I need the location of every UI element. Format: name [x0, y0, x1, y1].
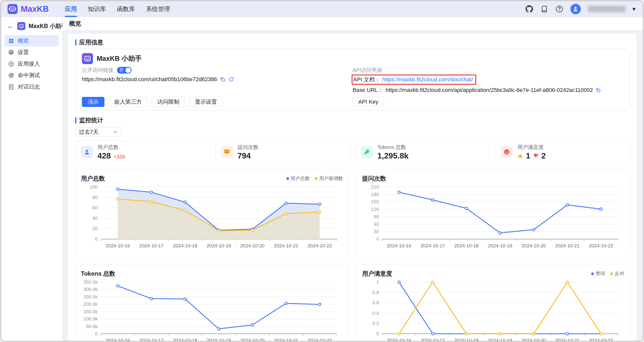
api-key-button[interactable]: API Key	[353, 97, 384, 107]
stat-label: Tokens 总数	[377, 144, 409, 151]
svg-text:2024-10-17: 2024-10-17	[420, 243, 445, 248]
sidebar-item-label: 命中测试	[18, 72, 40, 79]
legend-item[interactable]: 用户总数	[286, 175, 310, 182]
demo-button[interactable]: 演示	[82, 97, 104, 107]
svg-text:120: 120	[371, 207, 379, 212]
app-identity: MaxKB 小助手	[82, 53, 623, 64]
embed-third-party-button[interactable]: 嵌入第三方	[108, 97, 148, 107]
username	[588, 6, 625, 12]
sidebar-item-overview[interactable]: 概览	[5, 35, 59, 47]
sidebar-item-hit-test[interactable]: 命中测试	[5, 70, 59, 81]
app-name: MaxKB 小助手	[97, 54, 142, 63]
svg-text:20: 20	[92, 226, 98, 231]
svg-text:2024-10-20: 2024-10-20	[240, 338, 265, 341]
sidebar-item-app-access[interactable]: 应用接入	[5, 58, 59, 70]
copy-icon[interactable]	[595, 87, 601, 93]
api-credentials-label: API访问凭据	[353, 67, 623, 74]
sidebar-item-label: 对话日志	[18, 83, 40, 91]
app-robot-icon	[17, 22, 25, 30]
tab-functions[interactable]: 函数库	[111, 1, 141, 17]
stat-card-satisfaction: 用户满意度 1 2	[495, 141, 630, 163]
back-arrow-icon[interactable]: ←	[7, 23, 14, 30]
tab-system[interactable]: 系统管理	[141, 1, 176, 17]
chart-card-tokens: Tokens 总数 050.0k100.0k150.0k200.0k250.0k…	[75, 264, 349, 341]
svg-text:30: 30	[373, 229, 379, 234]
stat-cards: 用户总数 428 +338	[75, 141, 630, 163]
chart-legend[interactable]: 赞同反对	[591, 270, 624, 277]
legend-item[interactable]: 反对	[610, 270, 624, 277]
chart-title: 用户满意度	[362, 270, 392, 278]
svg-text:2024-10-17: 2024-10-17	[139, 243, 164, 248]
api-doc-label: API 文档：	[353, 76, 380, 83]
stat-card-questions: 提问次数 794	[215, 141, 350, 163]
svg-text:0.8: 0.8	[372, 290, 379, 295]
svg-text:2024-10-21: 2024-10-21	[274, 338, 298, 341]
svg-text:50.0k: 50.0k	[86, 324, 98, 329]
legend-item[interactable]: 用户新增数	[315, 175, 343, 182]
overview-card: 应用信息 MaxKB 小助手 公开访问链接	[68, 34, 636, 341]
svg-text:2024-10-20: 2024-10-20	[240, 243, 265, 248]
access-limit-button[interactable]: 访问限制	[152, 97, 185, 107]
display-settings-button[interactable]: 显示设置	[189, 97, 223, 107]
legend-item[interactable]: 赞同	[591, 270, 605, 277]
stat-value: 1,295.8k	[377, 151, 409, 160]
user-menu-caret-icon[interactable]: ▾	[632, 6, 635, 12]
svg-text:90: 90	[373, 214, 379, 219]
refresh-icon[interactable]	[228, 77, 234, 82]
sidebar-menu: 概览 设置 应用接入 命中测试 对话日志	[1, 34, 62, 94]
brand-name: MaxKB	[21, 4, 49, 14]
tab-apps[interactable]: 应用	[59, 1, 82, 17]
svg-text:200.0k: 200.0k	[83, 301, 98, 307]
users-total-chart: 0204060801002024-10-162024-10-172024-10-…	[81, 183, 343, 251]
chart-title: 提问次数	[362, 175, 386, 183]
brand-logo[interactable]: MaxKB	[8, 1, 49, 17]
help-icon[interactable]	[555, 5, 563, 13]
date-range-select[interactable]: 过去7天	[75, 127, 121, 137]
stat-value: 794	[237, 151, 251, 160]
charts-grid: 用户总数 用户总数用户新增数 0204060801002024-10-16202…	[75, 169, 630, 341]
svg-text:2024-10-19: 2024-10-19	[207, 243, 231, 248]
tab-knowledge[interactable]: 知识库	[82, 1, 111, 17]
app-switcher[interactable]: MaxKB 小助手	[29, 22, 67, 30]
annotation-box: API 文档： https://maxkb.fit2cloud.com/doc/…	[352, 75, 476, 85]
app-window: MaxKB 应用 知识库 函数库 系统管理 ▾	[1, 1, 643, 341]
chart-card-satisfaction: 用户满意度 赞同反对 00.20.40.60.812024-10-162024-…	[356, 264, 630, 341]
key-icon	[361, 146, 373, 158]
svg-text:2024-10-19: 2024-10-19	[488, 338, 512, 341]
thumbs-down-count: 2	[541, 151, 546, 160]
questions-chart: 03060901201501802102024-10-162024-10-172…	[362, 183, 624, 251]
page-title: 概览	[69, 20, 81, 28]
hexagon-icon	[8, 61, 14, 67]
svg-text:2024-10-19: 2024-10-19	[207, 338, 231, 341]
svg-text:2024-10-18: 2024-10-18	[454, 338, 478, 341]
svg-text:2024-10-16: 2024-10-16	[106, 338, 130, 341]
stat-value: 428	[97, 151, 111, 160]
svg-text:2024-10-17: 2024-10-17	[139, 338, 164, 341]
user-avatar-icon[interactable]	[570, 4, 581, 14]
svg-text:0: 0	[95, 331, 98, 336]
svg-text:1: 1	[376, 279, 379, 285]
api-credentials-block: API访问凭据 API 文档： https://maxkb.fit2cloud.…	[353, 67, 623, 94]
svg-text:60: 60	[92, 205, 98, 210]
sidebar-item-settings[interactable]: 设置	[5, 47, 59, 58]
chart-title: Tokens 总数	[81, 270, 115, 278]
chart-legend[interactable]: 用户总数用户新增数	[286, 175, 343, 182]
book-icon[interactable]	[540, 5, 548, 13]
svg-text:2024-10-20: 2024-10-20	[522, 243, 546, 248]
svg-text:0: 0	[376, 236, 379, 242]
api-doc-link[interactable]: https://maxkb.fit2cloud.com/doc/chat/	[382, 76, 473, 83]
stat-card-users: 用户总数 428 +338	[75, 141, 210, 163]
svg-text:210: 210	[371, 184, 379, 190]
copy-icon[interactable]	[220, 77, 225, 82]
svg-text:350.0k: 350.0k	[83, 279, 98, 285]
public-link-toggle[interactable]: 开	[117, 67, 132, 74]
svg-text:2024-10-21: 2024-10-21	[555, 243, 579, 248]
svg-text:40: 40	[92, 216, 98, 221]
toggle-knob	[125, 68, 131, 73]
github-icon[interactable]	[525, 5, 533, 13]
svg-text:150: 150	[371, 199, 379, 204]
monitor-section-title: 监控统计	[75, 116, 630, 124]
sidebar-item-chat-logs[interactable]: 对话日志	[5, 81, 59, 93]
content-scroll[interactable]: 应用信息 MaxKB 小助手 公开访问链接	[63, 30, 643, 341]
svg-text:300.0k: 300.0k	[83, 287, 98, 292]
